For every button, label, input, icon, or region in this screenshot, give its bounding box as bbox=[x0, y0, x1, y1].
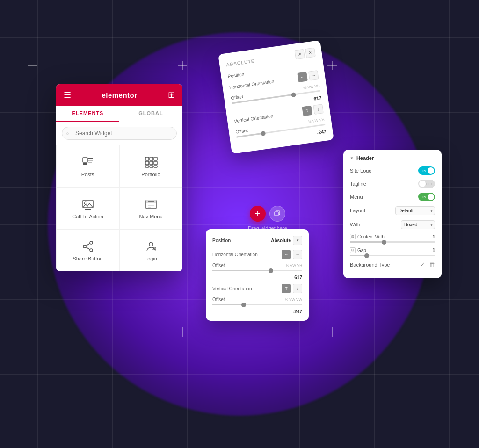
position-mode: Absolute bbox=[271, 238, 291, 243]
tab-global[interactable]: GLOBAL bbox=[119, 106, 182, 122]
svg-rect-8 bbox=[154, 157, 157, 160]
hp-actions: ✓ 🗑 bbox=[420, 261, 435, 268]
layout-select-wrap: Default Stacked Side by Side bbox=[395, 206, 435, 215]
main-h-right[interactable]: → bbox=[293, 250, 302, 259]
v-orient-top[interactable]: T bbox=[302, 106, 312, 116]
widget-item-portfolio[interactable]: Portfolio bbox=[119, 145, 182, 187]
svg-rect-4 bbox=[88, 160, 93, 161]
toggle-tagline[interactable]: OFF bbox=[418, 180, 435, 188]
main-offset-val-2: -247 bbox=[212, 309, 302, 314]
unit-label-1: % VW VH bbox=[303, 84, 320, 90]
hp-label-width: With bbox=[350, 222, 360, 227]
main-slider-1[interactable] bbox=[212, 270, 302, 271]
svg-rect-11 bbox=[154, 161, 157, 165]
h-orient-left[interactable]: ← bbox=[297, 72, 308, 82]
toggle-site-logo[interactable]: ON bbox=[418, 166, 435, 175]
svg-rect-10 bbox=[150, 161, 153, 165]
v-orient-bottom[interactable]: ↓ bbox=[313, 104, 324, 115]
search-input[interactable] bbox=[62, 127, 177, 140]
width-select-wrap: Boxed Full Width bbox=[401, 220, 435, 229]
hp-row-menu: Menu ON bbox=[350, 193, 435, 201]
main-slider-2[interactable] bbox=[212, 304, 302, 305]
panel-header: ☰ elementor ⊞ bbox=[56, 84, 182, 106]
add-widget-button[interactable]: + bbox=[250, 206, 266, 222]
layout-select[interactable]: Default Stacked Side by Side bbox=[395, 206, 435, 215]
widget-label-share: Share Button bbox=[73, 256, 102, 261]
widget-label-posts: Posts bbox=[81, 172, 94, 177]
unit-percent-2[interactable]: % bbox=[285, 297, 288, 302]
panel-tabs: ELEMENTS GLOBAL bbox=[56, 106, 182, 122]
unit-percent[interactable]: % bbox=[286, 263, 289, 267]
hp-label-gap: ⊟ Gap 1 bbox=[350, 247, 435, 253]
svg-rect-6 bbox=[145, 157, 149, 160]
crosshair-3 bbox=[327, 61, 337, 70]
h-orient-right[interactable]: → bbox=[308, 70, 319, 81]
svg-line-27 bbox=[86, 247, 90, 250]
widget-item-cta[interactable]: Call To Action bbox=[56, 187, 119, 229]
header-panel-title: Header bbox=[350, 155, 435, 161]
checkmark-icon[interactable]: ✓ bbox=[420, 261, 425, 268]
widget-label-login: Login bbox=[145, 256, 157, 261]
position-panel-main: Position Absolute ▾ Horizontal Orientati… bbox=[206, 229, 309, 321]
svg-line-26 bbox=[86, 244, 90, 246]
crosshair-4 bbox=[28, 327, 37, 337]
width-select[interactable]: Boxed Full Width bbox=[401, 220, 435, 229]
widget-item-login[interactable]: Login bbox=[119, 229, 182, 271]
drag-zone: + Drag widget here bbox=[248, 206, 287, 231]
widget-item-nav-menu[interactable]: Nav Menu bbox=[119, 187, 182, 229]
unit-vh[interactable]: VH bbox=[297, 263, 302, 267]
content-width-value: 1 bbox=[432, 234, 435, 239]
main-offset-label-2: Offset bbox=[212, 297, 283, 302]
svg-rect-12 bbox=[145, 166, 149, 167]
toggle-off-text: OFF bbox=[426, 182, 433, 186]
hp-label-menu: Menu bbox=[350, 194, 363, 200]
hp-label-tagline: Tagline bbox=[350, 181, 366, 187]
close-icon[interactable]: ✕ bbox=[305, 48, 316, 58]
svg-rect-7 bbox=[150, 157, 153, 160]
main-field-v-orient: Vertical Orientation bbox=[212, 286, 282, 291]
login-icon bbox=[145, 240, 158, 253]
share-icon bbox=[81, 240, 94, 253]
svg-point-28 bbox=[149, 242, 153, 246]
main-h-left[interactable]: ← bbox=[282, 250, 291, 259]
expand-icon[interactable]: ↗ bbox=[294, 49, 305, 60]
main-v-bottom[interactable]: ↓ bbox=[293, 284, 302, 293]
main-offset-val-1: 617 bbox=[212, 275, 302, 280]
copy-widget-button[interactable] bbox=[269, 206, 285, 222]
content-width-slider[interactable] bbox=[350, 241, 435, 243]
hp-label-content-width: ⊡ Content With 1 bbox=[350, 234, 435, 239]
svg-point-24 bbox=[83, 245, 86, 248]
svg-rect-5 bbox=[88, 162, 92, 163]
portfolio-icon bbox=[145, 156, 158, 169]
hp-row-width: With Boxed Full Width bbox=[350, 220, 435, 229]
svg-rect-1 bbox=[83, 163, 87, 165]
svg-rect-9 bbox=[145, 161, 149, 165]
trash-icon[interactable]: 🗑 bbox=[429, 261, 435, 268]
grid-icon[interactable]: ⊞ bbox=[168, 90, 175, 100]
svg-rect-17 bbox=[85, 209, 91, 210]
hp-label-bg-type: Background Type bbox=[350, 262, 390, 267]
hp-row-tagline: Tagline OFF bbox=[350, 180, 435, 188]
widget-label-cta: Call To Action bbox=[72, 214, 103, 219]
unit-label-2: % VW VH bbox=[308, 117, 325, 124]
toggle-menu[interactable]: ON bbox=[418, 193, 435, 201]
widget-label-nav-menu: Nav Menu bbox=[139, 214, 162, 219]
svg-rect-13 bbox=[150, 166, 153, 167]
svg-rect-14 bbox=[154, 166, 157, 167]
hp-content-width-row: ⊡ Content With 1 bbox=[350, 234, 435, 243]
crosshair-6 bbox=[327, 327, 337, 337]
position-dropdown[interactable]: ▾ bbox=[293, 236, 302, 245]
unit-vw-3[interactable]: VW bbox=[296, 297, 302, 302]
position-panel-rotated: Absolute ↗ ✕ Position Horizontal Orienta… bbox=[218, 40, 334, 154]
main-v-top[interactable]: T bbox=[282, 284, 291, 293]
widget-item-posts[interactable]: Posts bbox=[56, 145, 119, 187]
panel-section-title: Absolute bbox=[226, 58, 255, 67]
gap-slider[interactable] bbox=[350, 255, 435, 256]
nav-menu-icon bbox=[145, 198, 158, 211]
widget-label-portfolio: Portfolio bbox=[141, 172, 160, 177]
tab-elements[interactable]: ELEMENTS bbox=[56, 106, 119, 122]
unit-vw[interactable]: VW bbox=[290, 263, 296, 267]
widget-item-share[interactable]: Share Button bbox=[56, 229, 119, 271]
hamburger-icon[interactable]: ☰ bbox=[64, 90, 71, 100]
unit-vw-2[interactable]: VW bbox=[289, 297, 295, 302]
